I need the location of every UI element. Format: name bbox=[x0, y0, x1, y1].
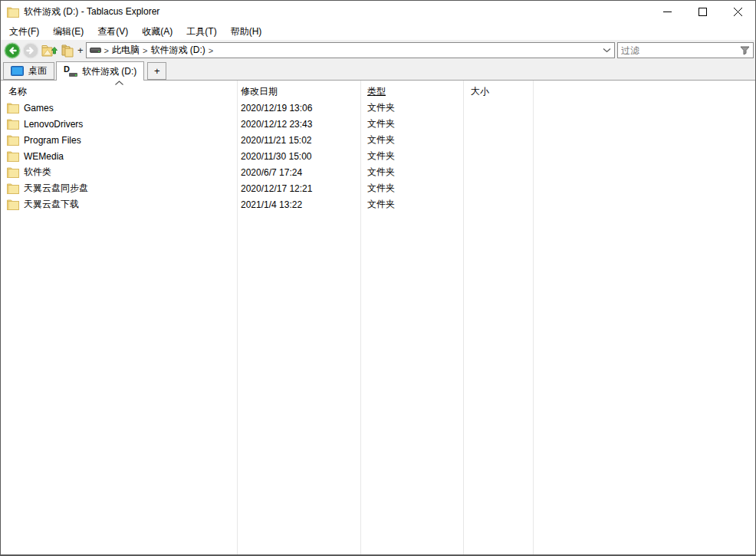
file-rows: Games 2020/12/19 13:06 文件夹 LenovoDrivers… bbox=[1, 100, 755, 212]
table-row[interactable]: 天翼云盘同步盘 2020/12/17 12:21 文件夹 bbox=[1, 180, 755, 196]
maximize-button[interactable] bbox=[685, 1, 720, 23]
file-date: 2021/1/4 13:22 bbox=[237, 199, 360, 210]
close-button[interactable] bbox=[720, 1, 755, 23]
folder-icon bbox=[7, 151, 19, 162]
table-row[interactable]: Program Files 2020/11/21 15:02 文件夹 bbox=[1, 132, 755, 148]
menu-help[interactable]: 帮助(H) bbox=[224, 23, 269, 41]
tablacus-explorer-window: 软件游戏 (D:) - Tablacus Explorer 文件(F) 编辑(E… bbox=[0, 0, 756, 556]
menu-view[interactable]: 查看(V) bbox=[90, 23, 135, 41]
breadcrumb-current-drive[interactable]: 软件游戏 (D:) bbox=[150, 44, 205, 57]
breadcrumb-separator: > bbox=[140, 46, 150, 55]
file-type: 文件夹 bbox=[360, 133, 463, 146]
forward-button[interactable] bbox=[21, 41, 40, 60]
breadcrumb-separator: > bbox=[205, 46, 216, 55]
new-tab-plus-label: + bbox=[154, 65, 160, 77]
column-header-type[interactable]: 类型 bbox=[360, 85, 463, 98]
folder-icon bbox=[7, 119, 19, 130]
filter-box bbox=[617, 42, 754, 58]
menu-tools[interactable]: 工具(T) bbox=[179, 23, 223, 41]
table-row[interactable]: LenovoDrivers 2020/12/12 23:43 文件夹 bbox=[1, 116, 755, 132]
new-folder-window-button[interactable] bbox=[58, 41, 77, 60]
file-name: 天翼云盘同步盘 bbox=[24, 182, 88, 195]
folders-icon bbox=[60, 43, 76, 58]
file-date: 2020/6/7 17:24 bbox=[237, 167, 360, 178]
list-column-headers: 名称 修改日期 类型 大小 bbox=[1, 83, 755, 100]
address-dropdown-chevron-icon[interactable] bbox=[601, 48, 613, 53]
drive-icon bbox=[90, 47, 101, 54]
table-row[interactable]: Games 2020/12/19 13:06 文件夹 bbox=[1, 100, 755, 116]
file-date: 2020/11/30 15:00 bbox=[237, 151, 360, 162]
breadcrumb-this-pc[interactable]: 此电脑 bbox=[112, 44, 140, 57]
add-toolbar-label[interactable]: + bbox=[77, 44, 86, 56]
navigation-toolbar: + > 此电脑 > 软件游戏 (D:) > bbox=[1, 40, 755, 61]
file-date: 2020/11/21 15:02 bbox=[237, 135, 360, 146]
back-button[interactable] bbox=[3, 41, 21, 60]
file-name: WEMedia bbox=[24, 151, 64, 162]
folder-icon bbox=[7, 135, 19, 146]
forward-arrow-icon bbox=[22, 42, 39, 59]
tab-drive-d-label: 软件游戏 (D:) bbox=[82, 65, 136, 78]
file-name: LenovoDrivers bbox=[24, 119, 83, 130]
file-type: 文件夹 bbox=[360, 198, 463, 211]
file-list-panel: 名称 修改日期 类型 大小 Games 2020/12/19 13:06 文件夹 bbox=[1, 81, 755, 554]
menu-favorites[interactable]: 收藏(A) bbox=[135, 23, 179, 41]
folder-icon bbox=[7, 199, 19, 210]
title-bar[interactable]: 软件游戏 (D:) - Tablacus Explorer bbox=[1, 1, 755, 23]
file-type: 文件夹 bbox=[360, 150, 463, 163]
table-row[interactable]: 软件类 2020/6/7 17:24 文件夹 bbox=[1, 164, 755, 180]
file-type: 文件夹 bbox=[360, 182, 463, 195]
window-title: 软件游戏 (D:) - Tablacus Explorer bbox=[24, 5, 159, 18]
column-header-date[interactable]: 修改日期 bbox=[237, 85, 360, 98]
column-header-name[interactable]: 名称 bbox=[1, 85, 237, 98]
menu-edit[interactable]: 编辑(E) bbox=[46, 23, 90, 41]
tab-bar: 桌面 D 软件游戏 (D:) + bbox=[1, 61, 755, 81]
folder-icon bbox=[7, 183, 19, 194]
tab-desktop-label: 桌面 bbox=[28, 64, 47, 77]
address-bar[interactable]: > 此电脑 > 软件游戏 (D:) > bbox=[86, 42, 615, 58]
file-type: 文件夹 bbox=[360, 101, 463, 114]
folder-up-icon bbox=[41, 43, 58, 58]
column-header-size[interactable]: 大小 bbox=[463, 85, 533, 98]
folder-icon bbox=[7, 103, 19, 114]
table-row[interactable]: WEMedia 2020/11/30 15:00 文件夹 bbox=[1, 148, 755, 164]
file-date: 2020/12/12 23:43 bbox=[237, 119, 360, 130]
file-name: 天翼云盘下载 bbox=[24, 198, 79, 211]
breadcrumb-separator: > bbox=[101, 46, 112, 55]
new-tab-button[interactable]: + bbox=[147, 62, 166, 80]
tab-drive-d[interactable]: D 软件游戏 (D:) bbox=[56, 61, 144, 81]
file-name: Program Files bbox=[24, 135, 81, 146]
file-type: 文件夹 bbox=[360, 166, 463, 179]
folder-app-icon bbox=[7, 7, 19, 18]
up-button[interactable] bbox=[40, 41, 58, 60]
folder-icon bbox=[7, 167, 19, 178]
filter-input[interactable] bbox=[618, 44, 737, 57]
file-date: 2020/12/17 12:21 bbox=[237, 183, 360, 194]
back-arrow-icon bbox=[4, 42, 21, 59]
table-row[interactable]: 天翼云盘下载 2021/1/4 13:22 文件夹 bbox=[1, 196, 755, 212]
file-name: Games bbox=[24, 103, 54, 114]
file-date: 2020/12/19 13:06 bbox=[237, 103, 360, 114]
file-type: 文件夹 bbox=[360, 117, 463, 130]
file-name: 软件类 bbox=[24, 166, 51, 179]
menu-bar: 文件(F) 编辑(E) 查看(V) 收藏(A) 工具(T) 帮助(H) bbox=[1, 23, 755, 40]
tab-desktop[interactable]: 桌面 bbox=[3, 62, 54, 80]
minimize-button[interactable] bbox=[649, 1, 685, 23]
drive-d-icon: D bbox=[64, 66, 77, 77]
desktop-icon bbox=[11, 66, 24, 76]
menu-file[interactable]: 文件(F) bbox=[2, 23, 46, 41]
filter-funnel-icon[interactable] bbox=[737, 46, 753, 55]
